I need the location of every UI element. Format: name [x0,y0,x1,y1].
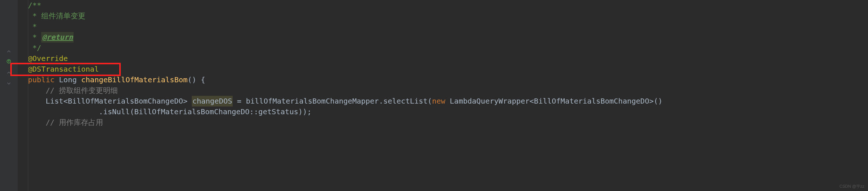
code-line[interactable]: * [28,21,868,32]
fold-close-icon[interactable] [7,67,11,72]
code-line[interactable]: @Override [28,53,868,64]
javadoc-return-tag: @return [41,32,74,43]
list-type: List [46,96,63,107]
gutter-line [0,96,18,107]
dstransactional-annotation: @DSTransactional [28,64,99,75]
gutter-line[interactable] [0,75,18,85]
code-line[interactable]: @DSTransactional [28,64,868,75]
gutter-line[interactable] [0,43,18,53]
code-line[interactable]: // 用作库存占用 [28,117,868,128]
gutter-line [0,32,18,43]
javadoc-end: */ [28,43,41,53]
gutter-line [0,0,18,11]
wrapper-generic: BillOfMaterialsBomChangeDO [534,96,649,107]
method-signature-suffix: () { [188,75,205,85]
gutter-line[interactable] [0,64,18,75]
new-keyword: new [432,96,445,107]
code-editor[interactable]: /** * 组件清单变更 * * @return */ @Override @D… [18,0,868,191]
code-line[interactable]: .isNull(BillOfMaterialsBomChangeDO::getS… [28,107,868,117]
indent-guide [28,0,28,191]
override-icon[interactable] [6,56,11,61]
code-line[interactable]: /** [28,0,868,11]
return-type: Long [59,75,77,85]
javadoc-prefix: * [28,32,41,43]
line-comment: // 捞取组件变更明细 [46,85,118,96]
select-list-call: selectList [383,96,427,107]
code-line[interactable]: // 捞取组件变更明细 [28,85,868,96]
code-line[interactable]: */ [28,43,868,53]
gutter-line [0,85,18,96]
gutter-line [0,107,18,117]
gutter-line[interactable] [0,53,18,64]
getter-ref: getStatus [258,107,298,117]
method-name: changeBillOfMaterialsBom [81,75,188,85]
public-keyword: public [28,75,54,85]
javadoc-start: /** [28,0,41,11]
code-line[interactable]: public Long changeBillOfMaterialsBom() { [28,75,868,85]
javadoc-text: * 组件清单变更 [28,11,85,21]
javadoc-blank: * [28,21,37,32]
mapper-ref: billOfMaterialsBomChangeMapper [246,96,379,107]
fold-close-icon[interactable] [7,46,11,50]
code-line[interactable]: * 组件清单变更 [28,11,868,21]
override-annotation: @Override [28,53,68,64]
gutter-line [0,117,18,128]
generic-type: BillOfMaterialsBomChangeDO [68,96,183,107]
line-comment: // 用作库存占用 [46,117,103,128]
code-line[interactable]: * @return [28,32,868,43]
gutter-line [0,11,18,21]
code-line[interactable]: List<BillOfMaterialsBomChangeDO> changeD… [28,96,868,107]
variable-name: changeDOS [192,96,232,107]
wrapper-type: LambdaQueryWrapper [450,96,530,107]
fold-open-icon[interactable] [7,78,11,82]
watermark: CSDN @宇zz [840,184,864,190]
isnull-call: isNull [103,107,130,117]
gutter-line [0,21,18,32]
method-ref-class: BillOfMaterialsBomChangeDO [134,107,250,117]
editor-gutter [0,0,18,191]
